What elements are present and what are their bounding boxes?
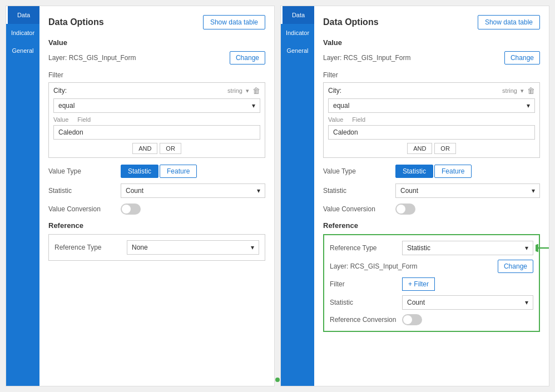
right-statistic-value: Count bbox=[400, 187, 418, 195]
left-or-button[interactable]: OR bbox=[160, 143, 181, 154]
left-ref-type-select[interactable]: None ▾ bbox=[127, 240, 259, 255]
left-toggle[interactable] bbox=[121, 204, 141, 215]
left-value-type-label: Value Type bbox=[48, 167, 121, 175]
right-ref-layer-label: Layer: RCS_GIS_Input_Form bbox=[330, 262, 417, 270]
right-value-conversion-label: Value Conversion bbox=[323, 205, 395, 213]
left-value-conversion-label: Value Conversion bbox=[48, 205, 121, 213]
right-operator-dropdown[interactable]: equal ▾ bbox=[328, 98, 535, 113]
right-statistic-label: Statistic bbox=[323, 187, 395, 195]
right-ref-change-button[interactable]: Change bbox=[498, 260, 533, 273]
left-value-conversion-row: Value Conversion bbox=[48, 204, 265, 215]
right-ref-type-label: Reference Type bbox=[330, 244, 402, 252]
right-reference-section: Reference Reference Type Statistic bbox=[323, 221, 540, 332]
sidebar-item-data-right[interactable]: Data bbox=[281, 6, 314, 24]
left-chevron-operator-icon: ▾ bbox=[252, 102, 255, 110]
left-filter-box: City: string ▾ 🗑 equal ▾ Val bbox=[48, 82, 265, 158]
right-filter-box: City: string ▾ 🗑 equal ▾ Val bbox=[323, 82, 540, 158]
right-chevron-operator-icon: ▾ bbox=[527, 102, 530, 110]
right-and-button[interactable]: AND bbox=[407, 143, 432, 154]
right-value-input[interactable] bbox=[328, 125, 535, 140]
bottom-dot bbox=[275, 378, 280, 382]
right-value-type-row: Value Type Statistic Feature bbox=[323, 165, 540, 178]
right-show-table-button[interactable]: Show data table bbox=[478, 15, 540, 29]
left-filter-city-row: City: string ▾ 🗑 bbox=[53, 86, 260, 95]
right-toggle[interactable] bbox=[395, 204, 415, 215]
right-ref-statistic-value: Count bbox=[407, 299, 425, 306]
right-ref-toggle[interactable] bbox=[402, 314, 422, 325]
left-type-label: string bbox=[227, 87, 242, 94]
left-ref-type-value: None bbox=[132, 244, 148, 251]
right-ref-filter-label: Filter bbox=[330, 280, 402, 288]
right-chevron-type-icon: ▾ bbox=[521, 87, 524, 95]
sidebar-label-general-right: General bbox=[286, 47, 308, 54]
left-panel-title: Data Options bbox=[48, 17, 104, 27]
right-ref-statistic-row: Statistic Count ▾ bbox=[330, 295, 533, 310]
left-feature-button[interactable]: Feature bbox=[160, 165, 197, 178]
left-layer-label: Layer: RCS_GIS_Input_Form bbox=[48, 54, 136, 62]
right-or-button[interactable]: OR bbox=[434, 143, 456, 154]
right-feature-button[interactable]: Feature bbox=[434, 165, 472, 178]
right-and-or-row: AND OR bbox=[328, 143, 535, 154]
sidebar-item-general-right[interactable]: General bbox=[281, 42, 314, 59]
right-statistic-button[interactable]: Statistic bbox=[395, 165, 433, 178]
left-operator-dropdown[interactable]: equal ▾ bbox=[53, 98, 260, 113]
right-value-type-buttons: Statistic Feature bbox=[395, 165, 472, 178]
sidebar-item-general-left[interactable]: General bbox=[6, 42, 39, 59]
left-chevron-statistic-icon: ▾ bbox=[257, 187, 260, 195]
left-and-button[interactable]: AND bbox=[132, 143, 157, 154]
left-statistic-value: Count bbox=[126, 187, 143, 195]
left-value-type-buttons: Statistic Feature bbox=[121, 165, 197, 178]
right-operator-value: equal bbox=[333, 102, 349, 110]
right-ref-filter-row: Filter + Filter bbox=[330, 277, 533, 291]
right-change-button[interactable]: Change bbox=[504, 51, 540, 64]
right-value-field-labels: Value Field bbox=[328, 116, 535, 123]
right-value-type-label: Value Type bbox=[323, 167, 395, 175]
left-sidebar: Data Indicator General bbox=[6, 6, 39, 386]
sidebar-item-indicator-right[interactable]: Indicator bbox=[281, 24, 314, 42]
right-add-filter-button[interactable]: + Filter bbox=[402, 277, 435, 291]
right-statistic-select[interactable]: Count ▾ bbox=[395, 183, 540, 198]
left-chevron-type-icon: ▾ bbox=[246, 87, 249, 95]
right-filter-type: string ▾ 🗑 bbox=[502, 86, 535, 95]
right-value-title: Value bbox=[323, 38, 540, 47]
left-change-button[interactable]: Change bbox=[230, 51, 265, 64]
right-filter-label: Filter bbox=[323, 71, 540, 79]
left-value-type-row: Value Type Statistic Feature bbox=[48, 165, 265, 178]
right-main-content: Data Options Show data table Value Layer… bbox=[314, 6, 549, 386]
right-ref-type-value: Statistic bbox=[407, 244, 430, 252]
left-statistic-button[interactable]: Statistic bbox=[121, 165, 158, 178]
left-chevron-ref-icon: ▾ bbox=[251, 244, 254, 251]
right-chevron-ref-icon: ▾ bbox=[525, 244, 528, 252]
left-main-content: Data Options Show data table Value Layer… bbox=[39, 6, 274, 386]
right-chevron-statistic-icon: ▾ bbox=[532, 187, 535, 195]
left-value-input[interactable] bbox=[53, 125, 260, 140]
left-show-table-button[interactable]: Show data table bbox=[203, 15, 265, 29]
right-ref-conversion-label: Reference Conversion bbox=[330, 316, 402, 324]
right-filter-city-row: City: string ▾ 🗑 bbox=[328, 86, 535, 95]
right-value-field-label-value: Value bbox=[328, 116, 343, 123]
right-reference-title: Reference bbox=[323, 221, 540, 230]
left-filter-label: Filter bbox=[48, 71, 265, 79]
left-statistic-select[interactable]: Count ▾ bbox=[121, 183, 265, 198]
left-city-label: City: bbox=[53, 87, 67, 95]
left-ref-type-row: Reference Type None ▾ bbox=[54, 240, 259, 255]
right-layer-label: Layer: RCS_GIS_Input_Form bbox=[323, 54, 410, 62]
right-ref-statistic-select[interactable]: Count ▾ bbox=[402, 295, 533, 310]
sidebar-item-indicator-left[interactable]: Indicator bbox=[6, 24, 39, 42]
right-trash-icon[interactable]: 🗑 bbox=[527, 86, 535, 95]
sidebar-label-general-left: General bbox=[12, 47, 33, 54]
left-ref-type-label: Reference Type bbox=[54, 244, 127, 251]
left-trash-icon[interactable]: 🗑 bbox=[252, 86, 260, 95]
right-ref-type-select[interactable]: Statistic ▾ bbox=[402, 241, 533, 255]
left-value-field-label-value: Value bbox=[53, 116, 68, 123]
right-layer-row: Layer: RCS_GIS_Input_Form Change bbox=[323, 51, 540, 64]
left-reference-title: Reference bbox=[48, 221, 265, 230]
sidebar-item-data-left[interactable]: Data bbox=[6, 6, 39, 24]
green-arrow-icon bbox=[536, 240, 549, 256]
left-reference-section: Reference Reference Type None ▾ bbox=[48, 221, 265, 261]
right-city-label: City: bbox=[328, 87, 341, 95]
left-operator-value: equal bbox=[58, 102, 75, 110]
right-sidebar: Data Indicator General bbox=[281, 6, 314, 386]
right-toggle-knob bbox=[397, 205, 405, 214]
right-ref-layer-row: Layer: RCS_GIS_Input_Form Change bbox=[330, 260, 533, 273]
